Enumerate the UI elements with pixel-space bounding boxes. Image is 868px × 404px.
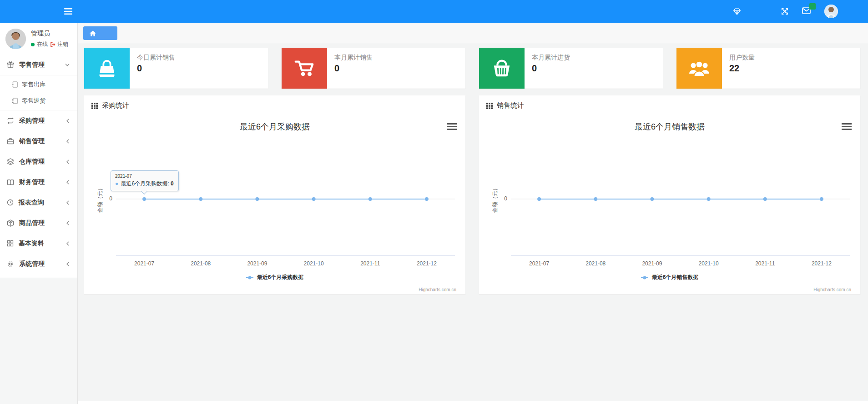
username-label: 管理员 bbox=[841, 7, 859, 15]
chevron-left-icon bbox=[66, 119, 70, 123]
legend-marker-icon bbox=[246, 276, 253, 279]
chart-marker[interactable] bbox=[594, 197, 597, 201]
chart-marker[interactable] bbox=[650, 197, 654, 201]
chart-marker[interactable] bbox=[199, 197, 202, 201]
sidebar-item-sales[interactable]: 销售管理 bbox=[0, 131, 77, 151]
avatar bbox=[824, 5, 838, 18]
fullscreen-button[interactable] bbox=[781, 8, 788, 15]
sidebar-item-retail[interactable]: 零售管理 bbox=[0, 55, 77, 75]
sidebar-item-purchase[interactable]: 采购管理 bbox=[0, 110, 77, 131]
x-axis-label: 2021-11 bbox=[348, 260, 393, 267]
stat-card-today-sales: 今日累计销售 0 bbox=[84, 48, 268, 89]
sidebar-user-panel: 管理员 在线 注销 bbox=[0, 23, 77, 55]
x-axis-label: 2021-10 bbox=[291, 260, 337, 267]
sidebar-subitem-label: 零售退货 bbox=[22, 97, 45, 105]
sidebar-item-system[interactable]: 系统管理 bbox=[0, 254, 77, 274]
sidebar-item-label: 商品管理 bbox=[19, 219, 45, 227]
sales-stats-panel: 销售统计 最近6个月销售数据 金额（元） 0 2021-072021-08202… bbox=[479, 95, 860, 294]
chart-marker[interactable] bbox=[707, 197, 711, 201]
x-axis-label: 2021-10 bbox=[686, 260, 732, 267]
chart-marker[interactable] bbox=[425, 197, 429, 201]
sidebar-item-base-data[interactable]: 基本资料 bbox=[0, 233, 77, 254]
stat-value: 0 bbox=[532, 63, 570, 74]
online-status-label: 在线 bbox=[37, 40, 48, 48]
legend-item[interactable]: 最近6个月采购数据 bbox=[84, 274, 465, 281]
chart-marker[interactable] bbox=[368, 197, 372, 201]
x-axis-label: 2021-11 bbox=[742, 260, 788, 267]
chart-marker[interactable] bbox=[255, 197, 259, 201]
chart-marker[interactable] bbox=[820, 197, 823, 201]
stat-label: 用户数量 bbox=[729, 54, 755, 62]
bag-icon bbox=[96, 58, 117, 79]
journal-icon bbox=[12, 98, 18, 104]
stat-label: 今日累计销售 bbox=[137, 54, 175, 62]
package-icon bbox=[7, 219, 14, 227]
x-axis-label: 2021-09 bbox=[629, 260, 675, 267]
x-axis-label: 2021-12 bbox=[404, 260, 449, 267]
sidebar-item-label: 仓库管理 bbox=[19, 158, 45, 166]
user-menu[interactable]: 管理员 bbox=[824, 5, 859, 18]
logout-button[interactable]: 注销 bbox=[50, 40, 68, 48]
retail-submenu: 零售出库 零售退货 bbox=[0, 75, 77, 110]
chevron-left-icon bbox=[66, 160, 70, 164]
chevron-left-icon bbox=[66, 139, 70, 144]
legend-item[interactable]: 最近6个月销售数据 bbox=[479, 274, 860, 281]
highcharts-credits[interactable]: Highcharts.com.cn bbox=[813, 287, 851, 292]
sidebar-toggle-button[interactable] bbox=[64, 8, 72, 15]
user-avatar bbox=[5, 29, 26, 49]
chart-tooltip: 2021-07 ● 最近6个月采购数据: 0 bbox=[111, 170, 179, 191]
sidebar-item-retail-outbound[interactable]: 零售出库 bbox=[0, 76, 77, 93]
open-book-icon bbox=[7, 179, 14, 185]
chevron-left-icon bbox=[66, 180, 70, 185]
chevron-down-icon bbox=[65, 63, 70, 67]
sidebar-item-retail-return[interactable]: 零售退货 bbox=[0, 93, 77, 109]
stat-value: 0 bbox=[334, 63, 373, 74]
online-dot-icon bbox=[31, 43, 35, 46]
users-icon bbox=[688, 59, 710, 78]
purchase-stats-panel: 采购统计 最近6个月采购数据 金额（元） 0 2021-072021-08202… bbox=[84, 95, 465, 294]
sidebar-item-label: 系统管理 bbox=[19, 260, 45, 268]
sidebar-item-finance[interactable]: 财务管理 bbox=[0, 172, 77, 192]
stat-card-user-count: 用户数量 22 bbox=[676, 48, 860, 89]
sidebar-item-goods[interactable]: 商品管理 bbox=[0, 213, 77, 233]
guide-label: 新手引导 bbox=[744, 7, 767, 15]
guide-button[interactable]: 新手引导 bbox=[733, 7, 767, 15]
chevron-left-icon bbox=[66, 200, 70, 205]
gem-icon bbox=[733, 8, 741, 15]
sidebar-subitem-label: 零售出库 bbox=[22, 80, 45, 89]
chart-marker[interactable] bbox=[312, 197, 316, 201]
sidebar-menu: 零售管理 零售出库 零售退货 采购管理 销售管理 bbox=[0, 55, 77, 274]
stat-value: 0 bbox=[137, 63, 175, 74]
sidebar-item-reports[interactable]: 报表查询 bbox=[0, 192, 77, 213]
sidebar-username: 管理员 bbox=[31, 30, 68, 38]
brand-logo: ERP平台 bbox=[15, 5, 53, 18]
repeat-icon bbox=[7, 117, 14, 124]
sidebar-item-warehouse[interactable]: 仓库管理 bbox=[0, 151, 77, 172]
hamburger-icon bbox=[64, 8, 72, 15]
stat-card-month-purchase: 本月累计进货 0 bbox=[479, 48, 663, 89]
tab-home-label: 首页 bbox=[99, 29, 111, 37]
cart-icon bbox=[294, 58, 315, 78]
chevron-left-icon bbox=[66, 221, 70, 225]
x-axis-label: 2021-07 bbox=[516, 260, 562, 267]
legend-marker-icon bbox=[641, 276, 648, 279]
chart-marker[interactable] bbox=[537, 197, 541, 201]
basket-icon bbox=[491, 58, 512, 78]
expand-arrows-icon bbox=[781, 8, 788, 15]
chart-marker[interactable] bbox=[142, 197, 146, 201]
highcharts-credits[interactable]: Highcharts.com.cn bbox=[419, 287, 456, 292]
x-axis-label: 2021-08 bbox=[178, 260, 223, 267]
briefcase-icon bbox=[7, 138, 14, 145]
tooltip-title: 2021-07 bbox=[115, 174, 174, 179]
y-axis-tick: 0 bbox=[488, 195, 507, 202]
stats-row: 今日累计销售 0 本月累计销售 0 本月累计进货 0 bbox=[84, 48, 860, 89]
tab-home[interactable]: 首页 bbox=[83, 26, 117, 40]
sidebar-item-label: 基本资料 bbox=[19, 239, 44, 248]
chart-marker[interactable] bbox=[763, 197, 767, 201]
logout-icon bbox=[50, 42, 56, 47]
top-navbar: ERP平台 新手引导 0 管理员 bbox=[0, 0, 868, 23]
journal-icon bbox=[12, 81, 18, 88]
tooltip-series-label: 最近6个月采购数据: bbox=[121, 180, 169, 187]
message-count-badge: 0 bbox=[809, 3, 816, 10]
messages-button[interactable]: 0 bbox=[802, 7, 811, 15]
